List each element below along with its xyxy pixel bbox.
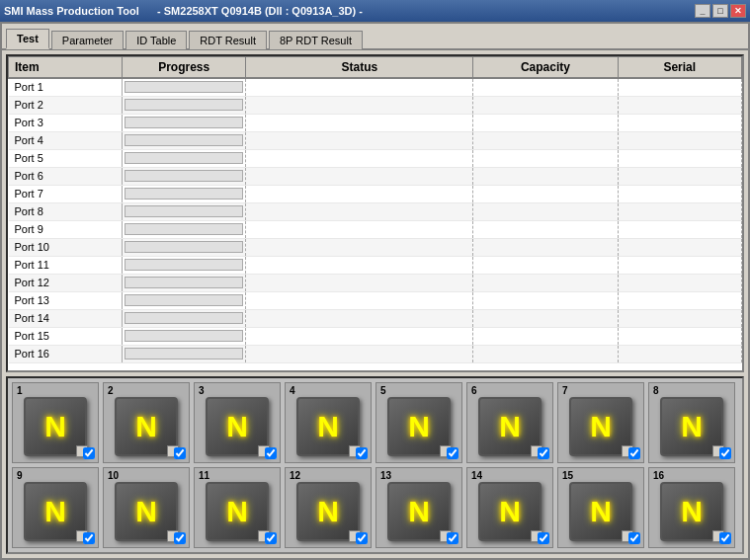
col-header-progress: Progress xyxy=(122,57,245,79)
port-checkbox-15[interactable] xyxy=(628,532,640,544)
port-item-8[interactable]: 8 xyxy=(648,382,735,463)
port-checkbox-5[interactable] xyxy=(447,447,458,459)
cell-capacity xyxy=(473,185,618,202)
port-checkbox-14[interactable] xyxy=(538,532,549,544)
port-item-3[interactable]: 3 xyxy=(194,382,281,463)
cell-serial xyxy=(618,167,741,185)
cell-progress xyxy=(122,327,245,345)
cell-item: Port 10 xyxy=(9,238,123,256)
progress-bar xyxy=(125,241,243,253)
port-item-16[interactable]: 16 xyxy=(648,467,735,548)
cell-progress xyxy=(122,78,245,96)
port-item-4[interactable]: 4 xyxy=(285,382,372,463)
port-item-11[interactable]: 11 xyxy=(194,467,281,548)
cell-progress xyxy=(122,256,245,274)
port-checkbox-16[interactable] xyxy=(719,532,731,544)
port-number-8: 8 xyxy=(653,385,659,396)
progress-bar xyxy=(125,188,243,200)
port-number-10: 10 xyxy=(108,470,119,481)
cell-status xyxy=(246,202,473,220)
port-checkbox-10[interactable] xyxy=(174,532,186,544)
progress-bar xyxy=(125,312,243,324)
port-item-12[interactable]: 12 xyxy=(285,467,372,548)
tab-idtable[interactable]: ID Table xyxy=(125,31,187,49)
close-button[interactable]: ✕ xyxy=(730,4,746,18)
port-item-7[interactable]: 7 xyxy=(557,382,644,463)
progress-bar xyxy=(125,117,243,128)
port-item-14[interactable]: 14 xyxy=(466,467,553,548)
port-checkbox-9[interactable] xyxy=(83,532,95,544)
main-window: Test Parameter ID Table RDT Result 8P RD… xyxy=(0,22,750,560)
port-checkbox-7[interactable] xyxy=(628,447,640,459)
cell-capacity xyxy=(473,238,618,256)
port-icon-11 xyxy=(206,482,269,541)
port-item-9[interactable]: 9 xyxy=(12,467,99,548)
tab-rdtresult[interactable]: RDT Result xyxy=(189,31,267,49)
table-row: Port 4 xyxy=(9,131,742,149)
cell-progress xyxy=(122,220,245,238)
port-item-15[interactable]: 15 xyxy=(557,467,644,548)
port-icon-1 xyxy=(24,397,87,456)
tab-8prdtresult[interactable]: 8P RDT Result xyxy=(269,31,363,49)
port-checkbox-8[interactable] xyxy=(719,447,731,459)
table-row: Port 9 xyxy=(9,220,742,238)
table-row: Port 5 xyxy=(9,149,742,167)
port-icon-12 xyxy=(296,482,360,541)
maximize-button[interactable]: □ xyxy=(712,4,728,18)
cell-capacity xyxy=(473,309,618,327)
port-number-16: 16 xyxy=(653,470,664,481)
cell-serial xyxy=(618,96,741,114)
cell-status xyxy=(246,185,473,202)
cell-status xyxy=(246,78,473,96)
port-item-2[interactable]: 2 xyxy=(103,382,190,463)
port-icon-3 xyxy=(206,397,269,456)
cell-item: Port 1 xyxy=(9,78,123,96)
port-item-13[interactable]: 13 xyxy=(375,467,462,548)
data-table-container[interactable]: Item Progress Status Capacity Serial Por… xyxy=(6,54,744,372)
cell-item: Port 2 xyxy=(9,96,123,114)
port-checkbox-11[interactable] xyxy=(265,532,277,544)
port-icon-2 xyxy=(115,397,178,456)
port-checkbox-1[interactable] xyxy=(83,447,95,459)
port-checkbox-13[interactable] xyxy=(447,532,458,544)
port-item-6[interactable]: 6 xyxy=(466,382,553,463)
cell-capacity xyxy=(473,114,618,131)
port-item-1[interactable]: 1 xyxy=(12,382,99,463)
port-icon-6 xyxy=(478,397,542,456)
cell-serial xyxy=(618,78,741,96)
port-checkbox-4[interactable] xyxy=(356,447,368,459)
cell-item: Port 6 xyxy=(9,167,123,185)
cell-item: Port 7 xyxy=(9,185,123,202)
cell-progress xyxy=(122,185,245,202)
ports-row-1: 1 2 3 4 5 6 7 8 xyxy=(12,382,738,463)
port-icon-13 xyxy=(387,482,451,541)
cell-status xyxy=(246,256,473,274)
port-icon-10 xyxy=(115,482,178,541)
port-checkbox-12[interactable] xyxy=(356,532,368,544)
cell-progress xyxy=(122,149,245,167)
port-checkbox-3[interactable] xyxy=(265,447,277,459)
cell-item: Port 4 xyxy=(9,131,123,149)
port-item-10[interactable]: 10 xyxy=(103,467,190,548)
cell-progress xyxy=(122,309,245,327)
cell-serial xyxy=(618,345,741,362)
cell-status xyxy=(246,114,473,131)
cell-item: Port 3 xyxy=(9,114,123,131)
table-row: Port 15 xyxy=(9,327,742,345)
progress-bar xyxy=(125,134,243,146)
port-item-5[interactable]: 5 xyxy=(375,382,462,463)
cell-serial xyxy=(618,274,741,291)
port-checkbox-2[interactable] xyxy=(174,447,186,459)
tab-parameter[interactable]: Parameter xyxy=(51,31,124,49)
ports-area: 1 2 3 4 5 6 7 8 xyxy=(6,376,744,554)
port-icon-5 xyxy=(387,397,451,456)
port-number-6: 6 xyxy=(471,385,477,396)
tab-test[interactable]: Test xyxy=(6,29,49,49)
port-checkbox-6[interactable] xyxy=(538,447,549,459)
col-header-capacity: Capacity xyxy=(473,57,618,79)
table-row: Port 13 xyxy=(9,291,742,309)
cell-capacity xyxy=(473,131,618,149)
port-number-14: 14 xyxy=(471,470,482,481)
minimize-button[interactable]: _ xyxy=(695,4,710,18)
col-header-serial: Serial xyxy=(618,57,741,79)
